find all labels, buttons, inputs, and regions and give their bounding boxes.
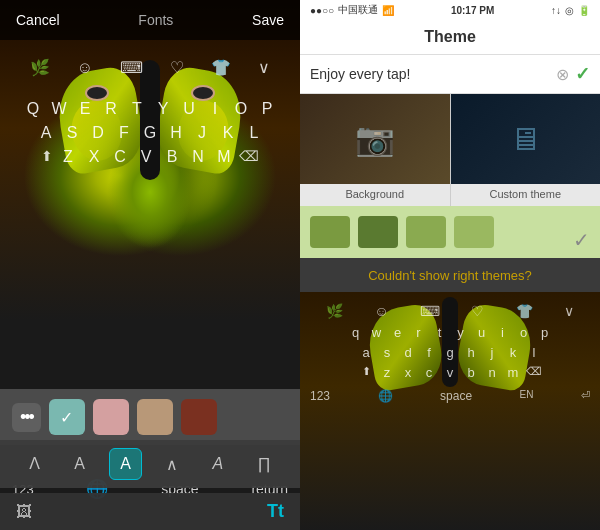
key-p[interactable]: P <box>256 100 278 118</box>
key-i[interactable]: I <box>204 100 226 118</box>
rkey-num[interactable]: 123 <box>310 389 330 403</box>
rkey-c[interactable]: c <box>420 365 438 380</box>
key-u[interactable]: U <box>178 100 200 118</box>
key-r[interactable]: R <box>100 100 122 118</box>
rkey-r[interactable]: r <box>410 325 428 340</box>
swatch-brown[interactable] <box>181 399 217 435</box>
green-swatch-4[interactable] <box>454 216 494 248</box>
font-toolbar-icon[interactable]: Tt <box>267 501 284 522</box>
rkey-m[interactable]: m <box>504 365 522 380</box>
rkey-i[interactable]: i <box>494 325 512 340</box>
rkey-y[interactable]: y <box>452 325 470 340</box>
key-o[interactable]: O <box>230 100 252 118</box>
image-toolbar-icon[interactable]: 🖼 <box>16 503 32 521</box>
key-v[interactable]: V <box>135 148 157 166</box>
rkey-p[interactable]: p <box>536 325 554 340</box>
rkey-space[interactable]: space <box>440 389 472 403</box>
search-input[interactable] <box>310 66 550 82</box>
rkey-q[interactable]: q <box>347 325 365 340</box>
leaf-icon[interactable]: 🌿 <box>30 58 50 77</box>
background-theme-preview: 📷 <box>300 94 450 184</box>
shift-key[interactable]: ⬆ <box>41 148 53 166</box>
custom-theme-item[interactable]: 🖥 Custom theme <box>451 94 601 206</box>
heart-icon[interactable]: ♡ <box>170 58 184 77</box>
green-swatch-2[interactable] <box>358 216 398 248</box>
rkey-n[interactable]: n <box>483 365 501 380</box>
rkey-s[interactable]: s <box>378 345 396 360</box>
rkey-f[interactable]: f <box>420 345 438 360</box>
swatch-teal[interactable] <box>49 399 85 435</box>
key-m[interactable]: M <box>213 148 235 166</box>
cant-show-message[interactable]: Couldn't show right themes? <box>300 258 600 292</box>
search-clear-icon[interactable]: ⊗ <box>556 65 569 84</box>
key-q[interactable]: Q <box>22 100 44 118</box>
right-heart-icon[interactable]: ♡ <box>471 303 484 319</box>
font-btn-2[interactable]: A <box>64 449 95 479</box>
rkey-j[interactable]: j <box>483 345 501 360</box>
key-d[interactable]: D <box>87 124 109 142</box>
rkey-o[interactable]: o <box>515 325 533 340</box>
nav-bar: Theme <box>300 20 600 55</box>
emoji-icon[interactable]: ☺ <box>77 59 93 77</box>
key-s[interactable]: S <box>61 124 83 142</box>
more-colors-button[interactable]: ••• <box>12 403 41 432</box>
key-k[interactable]: K <box>217 124 239 142</box>
swatch-pink[interactable] <box>93 399 129 435</box>
key-w[interactable]: W <box>48 100 70 118</box>
shirt-icon[interactable]: 👕 <box>211 58 231 77</box>
key-c[interactable]: C <box>109 148 131 166</box>
key-g[interactable]: G <box>139 124 161 142</box>
search-confirm-icon[interactable]: ✓ <box>575 63 590 85</box>
font-btn-5[interactable]: A <box>203 449 234 479</box>
key-l[interactable]: L <box>243 124 265 142</box>
rkey-x[interactable]: x <box>399 365 417 380</box>
rkey-v[interactable]: v <box>441 365 459 380</box>
rkey-z[interactable]: z <box>378 365 396 380</box>
right-leaf-icon[interactable]: 🌿 <box>326 303 343 319</box>
rkey-e[interactable]: e <box>389 325 407 340</box>
rkey-k[interactable]: k <box>504 345 522 360</box>
rkey-b[interactable]: b <box>462 365 480 380</box>
green-swatch-1[interactable] <box>310 216 350 248</box>
key-z[interactable]: Z <box>57 148 79 166</box>
key-b[interactable]: B <box>161 148 183 166</box>
rkey-backspace[interactable]: ⌫ <box>525 365 543 380</box>
rkey-t[interactable]: t <box>431 325 449 340</box>
right-chevron-icon[interactable]: ∨ <box>564 303 574 319</box>
key-y[interactable]: Y <box>152 100 174 118</box>
key-x[interactable]: X <box>83 148 105 166</box>
key-n[interactable]: N <box>187 148 209 166</box>
rkey-l[interactable]: l <box>525 345 543 360</box>
rkey-g[interactable]: g <box>441 345 459 360</box>
rkey-return[interactable]: ⏎ <box>581 389 590 403</box>
cancel-button[interactable]: Cancel <box>16 12 60 28</box>
rkey-h[interactable]: h <box>462 345 480 360</box>
key-h[interactable]: H <box>165 124 187 142</box>
green-swatch-3[interactable] <box>406 216 446 248</box>
font-btn-6[interactable]: ∏ <box>248 449 281 479</box>
background-theme-item[interactable]: 📷 Background <box>300 94 450 206</box>
key-j[interactable]: J <box>191 124 213 142</box>
save-button[interactable]: Save <box>252 12 284 28</box>
key-f[interactable]: F <box>113 124 135 142</box>
font-btn-1[interactable]: Λ <box>19 449 50 479</box>
rkey-d[interactable]: d <box>399 345 417 360</box>
key-e[interactable]: E <box>74 100 96 118</box>
right-shirt-icon[interactable]: 👕 <box>516 303 533 319</box>
rkey-a[interactable]: a <box>357 345 375 360</box>
font-btn-4[interactable]: ∧ <box>156 449 188 480</box>
right-keyboard-icon[interactable]: ⌨ <box>420 303 440 319</box>
backspace-key[interactable]: ⌫ <box>239 148 259 166</box>
font-btn-3-active[interactable]: A <box>109 448 142 480</box>
rkey-w[interactable]: w <box>368 325 386 340</box>
keyboard-icon[interactable]: ⌨ <box>120 58 143 77</box>
swatch-tan[interactable] <box>137 399 173 435</box>
rkey-en[interactable]: EN <box>520 389 534 403</box>
key-a[interactable]: A <box>35 124 57 142</box>
rkey-globe[interactable]: 🌐 <box>378 389 393 403</box>
key-t[interactable]: T <box>126 100 148 118</box>
chevron-icon[interactable]: ∨ <box>258 58 270 77</box>
rkey-shift[interactable]: ⬆ <box>357 365 375 380</box>
rkey-u[interactable]: u <box>473 325 491 340</box>
right-emoji-icon[interactable]: ☺ <box>374 303 388 319</box>
